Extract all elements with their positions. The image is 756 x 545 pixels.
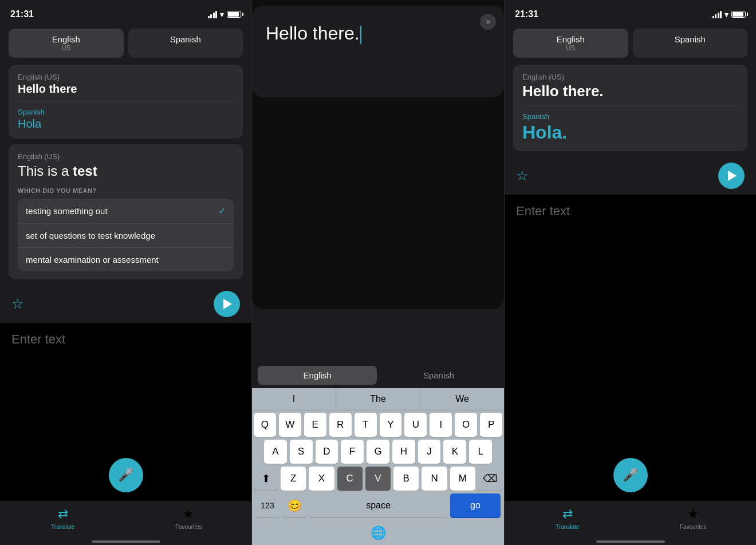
right-mic-area: 🎤 <box>505 452 756 501</box>
left-nav-favourites[interactable]: ★ Favourites <box>126 507 252 530</box>
right-tab-english[interactable]: English US <box>513 29 628 58</box>
left-status-icons: ▾ <box>208 10 242 19</box>
key-N[interactable]: N <box>422 467 447 491</box>
left-enter-text-area[interactable]: Enter text <box>0 323 251 452</box>
key-go[interactable]: go <box>450 493 501 518</box>
key-Y[interactable]: Y <box>380 413 402 437</box>
meaning-item-2[interactable]: mental examination or assessment <box>18 248 234 271</box>
key-W[interactable]: W <box>279 413 301 437</box>
left-mic-button[interactable]: 🎤 <box>109 458 143 492</box>
key-emoji[interactable]: 😊 <box>282 493 306 518</box>
right-en-text: Hello there. <box>522 82 738 100</box>
key-row-2: A S D F G H J K L <box>254 440 502 464</box>
modal-overlay: ✕ Hello there. <box>252 0 504 309</box>
left-lang-tabs: English US Spanish <box>0 29 251 58</box>
left-test-card: English (US) This is a test WHICH DID YO… <box>9 144 243 279</box>
right-favourite-button[interactable]: ☆ <box>516 168 529 184</box>
kb-tab-spanish[interactable]: Spanish <box>379 366 498 385</box>
key-row-3: ⬆ Z X C V B N M ⌫ <box>254 467 502 491</box>
modal-content: ✕ Hello there. <box>252 6 504 97</box>
left-play-button[interactable] <box>214 291 240 317</box>
left-test-text: This is a test <box>18 163 234 179</box>
key-M[interactable]: M <box>450 467 475 491</box>
autocomplete-We[interactable]: We <box>420 388 504 410</box>
key-V[interactable]: V <box>365 467 391 491</box>
key-O[interactable]: O <box>455 413 477 437</box>
key-S[interactable]: S <box>290 440 313 464</box>
left-panel: 21:31 ▾ English US Spanish English (US) … <box>0 0 252 545</box>
key-space[interactable]: space <box>309 493 447 518</box>
key-Q[interactable]: Q <box>254 413 276 437</box>
right-enter-text-area[interactable]: Enter text <box>505 195 756 452</box>
right-play-button[interactable] <box>718 163 745 189</box>
right-home-indicator <box>505 542 756 545</box>
left-tab-english[interactable]: English US <box>9 29 124 58</box>
left-tab-spanish[interactable]: Spanish <box>128 29 243 58</box>
right-time: 21:31 <box>515 9 538 19</box>
keyboard-lang-tabs: English Spanish <box>252 361 504 388</box>
left-favourite-button[interactable]: ☆ <box>11 296 24 312</box>
key-K[interactable]: K <box>443 440 466 464</box>
globe-row: 🌐 <box>252 522 504 545</box>
key-123[interactable]: 123 <box>255 493 279 518</box>
key-D[interactable]: D <box>316 440 338 464</box>
right-tab-spanish[interactable]: Spanish <box>633 29 748 58</box>
right-bottom-nav: ⇄ Translate ★ Favourites <box>505 501 756 542</box>
right-favourites-icon: ★ <box>687 507 699 522</box>
meaning-item-1[interactable]: set of questions to test knowledge <box>18 224 234 248</box>
modal-text-content: Hello there. <box>266 23 360 44</box>
modal-close-button[interactable]: ✕ <box>480 14 496 30</box>
meaning-item-0[interactable]: testing something out ✓ <box>18 199 234 224</box>
left-en-text: Hello there <box>18 82 234 96</box>
right-en-label: English (US) <box>522 73 738 81</box>
left-nav-translate[interactable]: ⇄ Translate <box>0 507 126 530</box>
wifi-icon: ▾ <box>220 10 224 19</box>
key-C[interactable]: C <box>337 467 363 491</box>
meaning-text-2: mental examination or assessment <box>26 255 159 264</box>
right-mic-button[interactable]: 🎤 <box>613 458 648 492</box>
right-lang-tabs: English US Spanish <box>505 29 756 58</box>
meaning-text-0: testing something out <box>26 206 108 216</box>
meaning-text-1: set of questions to test knowledge <box>26 231 155 240</box>
key-I[interactable]: I <box>430 413 452 437</box>
battery-icon <box>227 11 241 18</box>
key-F[interactable]: F <box>341 440 364 464</box>
key-J[interactable]: J <box>418 440 441 464</box>
key-Z[interactable]: Z <box>281 467 306 491</box>
middle-panel: 21:31 ▾ ✕ Hello there. English <box>252 0 504 545</box>
key-U[interactable]: U <box>404 413 427 437</box>
right-nav-translate[interactable]: ⇄ Translate <box>505 507 631 530</box>
autocomplete-I[interactable]: I <box>252 388 336 410</box>
left-favourites-icon: ★ <box>183 507 194 522</box>
left-home-indicator <box>0 542 251 545</box>
text-cursor <box>360 26 361 44</box>
key-A[interactable]: A <box>264 440 287 464</box>
shift-key[interactable]: ⬆ <box>254 467 278 491</box>
globe-icon[interactable]: 🌐 <box>371 526 386 540</box>
key-G[interactable]: G <box>367 440 389 464</box>
key-R[interactable]: R <box>329 413 352 437</box>
key-T[interactable]: T <box>355 413 377 437</box>
kb-tab-english[interactable]: English <box>258 366 377 385</box>
key-L[interactable]: L <box>469 440 492 464</box>
autocomplete-The[interactable]: The <box>336 388 420 410</box>
keyboard-area: English Spanish I The We Q W E R T Y U I… <box>252 361 504 545</box>
key-H[interactable]: H <box>392 440 415 464</box>
left-translate-label: Translate <box>51 524 74 530</box>
backspace-key[interactable]: ⌫ <box>478 467 502 491</box>
key-row-bottom: 123 😊 space go <box>254 493 502 518</box>
key-P[interactable]: P <box>480 413 502 437</box>
left-test-bold: test <box>73 163 97 179</box>
right-translate-icon: ⇄ <box>562 507 573 522</box>
key-E[interactable]: E <box>304 413 326 437</box>
right-status-bar: 21:31 ▾ <box>505 0 756 29</box>
left-meanings-list: testing something out ✓ set of questions… <box>18 199 234 271</box>
key-row-1: Q W E R T Y U I O P <box>254 413 502 437</box>
key-X[interactable]: X <box>309 467 334 491</box>
key-B[interactable]: B <box>393 467 419 491</box>
left-translate-icon: ⇄ <box>58 507 68 522</box>
right-nav-favourites[interactable]: ★ Favourites <box>631 507 757 530</box>
left-favourites-label: Favourites <box>175 524 202 530</box>
meaning-check-0: ✓ <box>218 206 226 216</box>
right-action-bar: ☆ <box>505 157 756 195</box>
